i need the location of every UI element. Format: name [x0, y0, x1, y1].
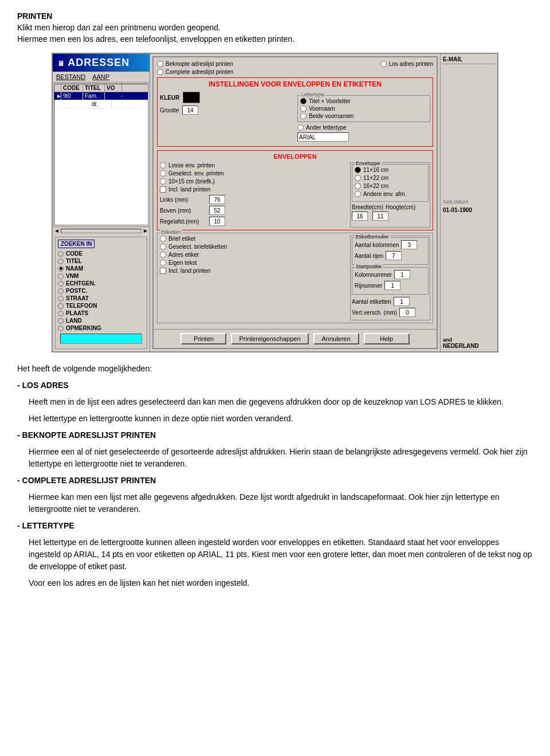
search-row-plaats[interactable]: PLAATS [58, 310, 144, 316]
section-lettertype-p2: Voor een los adres en de lijsten kan het… [29, 577, 533, 589]
regelafst-label: Regelafst.(mm) [160, 218, 206, 225]
search-radio-vnm[interactable] [58, 273, 64, 279]
aantal-rijen-input[interactable]: 7 [386, 251, 402, 260]
search-title: ZOEKEN IN [58, 240, 95, 248]
env-size-2[interactable]: 16×22 cm [355, 183, 426, 189]
regelafst-input[interactable]: 10 [209, 217, 225, 226]
radio-etiket-1[interactable] [160, 244, 166, 250]
checkbox-env-3[interactable] [160, 186, 166, 193]
radio-env-size-0[interactable] [355, 167, 361, 173]
radio-env-size-2[interactable] [355, 183, 361, 189]
search-row-echtgen[interactable]: ECHTGEN. [58, 280, 144, 287]
boven-input[interactable]: 52 [209, 206, 225, 215]
etiket-row-2[interactable]: Adres etiket [160, 252, 345, 258]
env-size-0[interactable]: 11×16 cm [355, 167, 426, 173]
search-radio-postc[interactable] [58, 288, 64, 294]
table-row[interactable]: dr. [54, 100, 148, 108]
env-row-1[interactable]: Geselect. env. printen [160, 170, 345, 177]
option-beknopte[interactable]: Beknopte adreslijst printen [157, 61, 233, 67]
env-size-3[interactable]: Andere env. afm. [355, 191, 426, 197]
opt-voornaam[interactable]: Voornaam [300, 105, 427, 112]
search-row-titel[interactable]: TITEL [58, 258, 144, 264]
arial-input[interactable]: ARIAL [297, 132, 349, 142]
help-button[interactable]: Help [364, 333, 410, 344]
etiket-row-0[interactable]: Brief etiket [160, 236, 345, 242]
search-row-naam[interactable]: NAAM [58, 265, 144, 272]
radio-etiket-3[interactable] [160, 260, 166, 266]
radio-beide[interactable] [300, 113, 307, 119]
search-radio-plaats[interactable] [58, 311, 64, 316]
checkbox-etiket-4[interactable] [160, 268, 166, 274]
grootte-input[interactable]: 14 [182, 105, 198, 115]
links-input[interactable]: 76 [209, 195, 225, 204]
aantal-kol-input[interactable]: 3 [401, 240, 417, 249]
radio-etiket-2[interactable] [160, 252, 166, 258]
radio-titel-voorletter[interactable] [300, 98, 307, 104]
row-vo [105, 96, 122, 97]
search-row-telefoon[interactable]: TELEFOON [58, 303, 144, 309]
env-row-2[interactable]: 10×15 cm (briefk.) [160, 178, 345, 185]
search-input-area [60, 334, 142, 344]
opt-beide[interactable]: Beide voornamen [300, 113, 427, 119]
radio-env-size-3[interactable] [355, 191, 361, 197]
search-radio-straat[interactable] [58, 296, 64, 301]
dialog-panel: Beknopte adreslijst printen Complete adr… [150, 54, 440, 351]
search-radio-land[interactable] [58, 318, 64, 324]
hoogte-input[interactable]: 11 [372, 211, 388, 221]
search-row-land[interactable]: LAND [58, 318, 144, 324]
rijnummer-input[interactable]: 1 [384, 281, 400, 290]
search-box[interactable] [60, 334, 142, 344]
search-radio-telefoon[interactable] [58, 303, 64, 309]
search-radio-opmerking[interactable] [58, 326, 64, 331]
search-radio-echtgen[interactable] [58, 281, 64, 287]
search-radio-titel[interactable] [58, 258, 64, 264]
breedte-input[interactable]: 16 [352, 211, 368, 221]
color-picker[interactable] [183, 92, 200, 103]
boven-label: Boven (mm) [160, 207, 206, 214]
radio-env-size-1[interactable] [355, 175, 361, 181]
env-size-1[interactable]: 11×22 cm [355, 175, 426, 181]
radio-env-1[interactable] [160, 170, 166, 177]
search-radio-naam[interactable] [58, 266, 64, 272]
search-row-postc[interactable]: POSTC. [58, 288, 144, 294]
search-row-straat[interactable]: STRAAT [58, 295, 144, 301]
search-radio-code[interactable] [58, 251, 64, 257]
aantal-etiketten-input[interactable]: 1 [394, 297, 410, 306]
arrow-col [54, 84, 61, 92]
opt-ander-lettertype[interactable]: Ander lettertype [297, 124, 347, 131]
nederland-value: NEDERLAND [443, 343, 479, 349]
radio-ander-lettertype[interactable] [297, 124, 304, 131]
etiket-row-3[interactable]: Eigen tekst [160, 260, 345, 266]
scrollbar-area[interactable]: ◄ ► [53, 226, 150, 234]
annuleren-button[interactable]: Annuleren [313, 333, 359, 344]
radio-voornaam[interactable] [300, 105, 307, 112]
radio-beknopte[interactable] [157, 61, 163, 67]
radio-los-adres[interactable] [380, 61, 387, 67]
menu-aanp[interactable]: AANP [90, 73, 112, 81]
option-los-adres[interactable]: Los adres printen [380, 61, 433, 67]
search-row-opmerking[interactable]: OPMERKING [58, 325, 144, 331]
env-row-0[interactable]: Losse env. printen [160, 162, 345, 169]
table-header: CODE TITEL VO [54, 84, 148, 92]
radio-env-2[interactable] [160, 178, 166, 185]
label-voornaam: Voornaam [309, 105, 335, 112]
etiket-row-1[interactable]: Geselect. briefetiketten [160, 244, 345, 250]
opt-titel-voorletter[interactable]: Titel + Voorletter [300, 98, 427, 104]
vert-versch-input[interactable]: 0 [399, 308, 415, 317]
etiket-row-4[interactable]: Incl. land printen [160, 268, 345, 274]
kolomnummer-input[interactable]: 1 [394, 270, 410, 279]
printereigenschappen-button[interactable]: Printereigenschappen [231, 333, 308, 344]
search-row-code[interactable]: CODE [58, 250, 144, 257]
etiket-content: Brief etiket Geselect. briefetiketten Ad… [160, 236, 430, 320]
search-row-vnm[interactable]: VNM [58, 273, 144, 279]
menu-bestand[interactable]: BESTAND [54, 73, 88, 81]
option-complete[interactable]: Complete adreslijst printen [157, 69, 233, 75]
search-label-telefoon: TELEFOON [66, 303, 97, 309]
radio-complete[interactable] [157, 69, 163, 75]
row-vo-2 [112, 104, 129, 105]
env-row-3[interactable]: Incl. land printen [160, 186, 345, 193]
radio-etiket-0[interactable] [160, 236, 166, 242]
table-row[interactable]: ► 9t0 Fam. [54, 92, 148, 100]
radio-env-0[interactable] [160, 162, 166, 169]
printen-button[interactable]: Printen [180, 333, 226, 344]
